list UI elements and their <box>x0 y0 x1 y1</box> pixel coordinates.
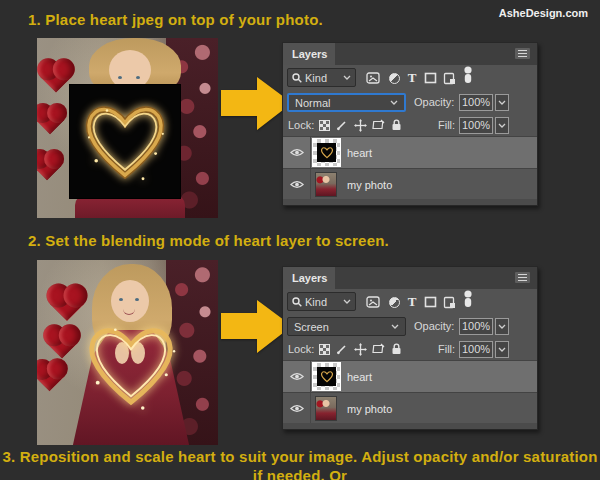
step3-heading: 3. Reposition and scale heart to suit yo… <box>0 447 600 480</box>
filter-toggle-icon[interactable] <box>460 291 476 307</box>
step1-heading: 1. Place heart jpeg on top of your photo… <box>28 11 323 28</box>
search-icon <box>292 73 302 83</box>
opacity-label: Opacity: <box>414 96 454 108</box>
panel-menu-icon[interactable] <box>515 272 530 283</box>
girl-eye <box>136 76 140 79</box>
fill-label: Fill: <box>438 343 455 355</box>
fill-dropdown-icon[interactable] <box>495 341 509 358</box>
lock-label: Lock: <box>288 343 314 355</box>
panel-menu-icon[interactable] <box>515 48 530 59</box>
fill-label: Fill: <box>438 119 455 131</box>
lock-label: Lock: <box>288 119 314 131</box>
girl-eye <box>135 298 139 301</box>
layer-name: heart <box>347 137 372 168</box>
visibility-eye-icon[interactable] <box>283 169 311 200</box>
lock-row: Lock: Fill: 100% <box>283 339 537 360</box>
chevron-down-icon <box>390 100 398 105</box>
layer-row-heart[interactable]: heart <box>283 136 537 168</box>
panel-footer <box>283 199 537 205</box>
visibility-eye-icon[interactable] <box>283 393 311 424</box>
visibility-eye-icon[interactable] <box>283 361 311 392</box>
filter-row: Kind T <box>283 289 537 315</box>
shape-layer-filter-icon[interactable] <box>422 294 438 310</box>
photo-layer-thumbnail[interactable] <box>315 172 337 197</box>
filter-kind-label: Kind <box>305 296 327 308</box>
lock-transparency-icon[interactable] <box>317 342 331 356</box>
lock-row: Lock: Fill: 100% <box>283 115 537 136</box>
heart-jpeg-overlay <box>70 85 180 198</box>
smart-object-filter-icon[interactable] <box>441 294 457 310</box>
layers-tab[interactable]: Layers <box>283 267 335 289</box>
layer-name: my photo <box>347 393 392 424</box>
girl-face <box>109 50 151 90</box>
fill-value-field[interactable]: 100% <box>459 117 493 134</box>
filter-toggle-icon[interactable] <box>460 67 476 83</box>
panel-footer <box>283 423 537 429</box>
panel-tab-bar: Layers <box>283 43 537 65</box>
filter-row: Kind T <box>283 65 537 91</box>
layers-tab[interactable]: Layers <box>283 43 335 65</box>
layer-row-my-photo[interactable]: my photo <box>283 168 537 200</box>
blend-mode-dropdown[interactable]: Screen <box>287 317 406 336</box>
pixel-layer-filter-icon[interactable] <box>365 70 381 86</box>
step2-heading: 2. Set the blending mode of heart layer … <box>28 232 389 249</box>
opacity-value-field[interactable]: 100% <box>459 94 493 111</box>
gold-heart-overlay-icon <box>79 318 183 412</box>
visibility-eye-icon[interactable] <box>283 137 311 168</box>
layer-name: heart <box>347 361 372 392</box>
type-layer-filter-icon[interactable]: T <box>404 70 420 86</box>
lock-artboard-icon[interactable] <box>371 118 385 132</box>
girl-smile <box>123 308 135 315</box>
filter-kind-label: Kind <box>305 72 327 84</box>
shape-layer-filter-icon[interactable] <box>422 70 438 86</box>
lock-paint-brush-icon[interactable] <box>335 118 349 132</box>
type-layer-filter-icon[interactable]: T <box>404 294 420 310</box>
adjustment-layer-filter-icon[interactable] <box>386 70 402 86</box>
fill-dropdown-icon[interactable] <box>495 117 509 134</box>
opacity-label: Opacity: <box>414 320 454 332</box>
adjustment-layer-filter-icon[interactable] <box>386 294 402 310</box>
watermark-text: AsheDesign.com <box>499 7 588 19</box>
lock-all-padlock-icon[interactable] <box>389 118 403 132</box>
tutorial-photo-2 <box>37 260 218 445</box>
step3-line1: 3. Reposition and scale heart to suit yo… <box>2 448 597 480</box>
tutorial-photo-1 <box>37 38 218 218</box>
blend-mode-value: Normal <box>295 97 330 109</box>
filter-kind-dropdown[interactable]: Kind <box>287 68 356 87</box>
chevron-down-icon <box>391 324 399 329</box>
layer-name: my photo <box>347 169 392 200</box>
blend-row: Screen Opacity: 100% <box>283 315 537 339</box>
fill-value-field[interactable]: 100% <box>459 341 493 358</box>
search-icon <box>292 297 302 307</box>
layers-panel-2: Layers Kind T Screen Opacity: 100% Lock:… <box>282 266 538 430</box>
girl-dress <box>75 195 185 218</box>
lock-artboard-icon[interactable] <box>371 342 385 356</box>
layer-row-my-photo[interactable]: my photo <box>283 392 537 424</box>
lock-position-move-icon[interactable] <box>353 342 367 356</box>
layers-list: heart my photo <box>283 360 537 424</box>
blend-row: Normal Opacity: 100% <box>283 91 537 115</box>
lock-position-move-icon[interactable] <box>353 118 367 132</box>
pixel-layer-filter-icon[interactable] <box>365 294 381 310</box>
layer-row-heart[interactable]: heart <box>283 360 537 392</box>
girl-eye <box>118 76 122 79</box>
smart-object-filter-icon[interactable] <box>441 70 457 86</box>
filter-kind-dropdown[interactable]: Kind <box>287 292 356 311</box>
lock-all-padlock-icon[interactable] <box>389 342 403 356</box>
chevron-down-icon <box>343 299 351 304</box>
layers-list: heart my photo <box>283 136 537 200</box>
photo-layer-thumbnail[interactable] <box>315 396 337 421</box>
lock-paint-brush-icon[interactable] <box>335 342 349 356</box>
opacity-dropdown-icon[interactable] <box>495 318 509 335</box>
heart-layer-thumbnail[interactable] <box>312 362 341 391</box>
blend-mode-dropdown[interactable]: Normal <box>287 93 406 112</box>
blend-mode-value: Screen <box>294 321 329 333</box>
gold-heart-icon <box>80 97 170 185</box>
opacity-dropdown-icon[interactable] <box>495 94 509 111</box>
opacity-value-field[interactable]: 100% <box>459 318 493 335</box>
chevron-down-icon <box>343 75 351 80</box>
panel-tab-bar: Layers <box>283 267 537 289</box>
heart-layer-thumbnail[interactable] <box>312 138 341 167</box>
lock-transparency-icon[interactable] <box>317 118 331 132</box>
girl-face <box>111 280 149 322</box>
